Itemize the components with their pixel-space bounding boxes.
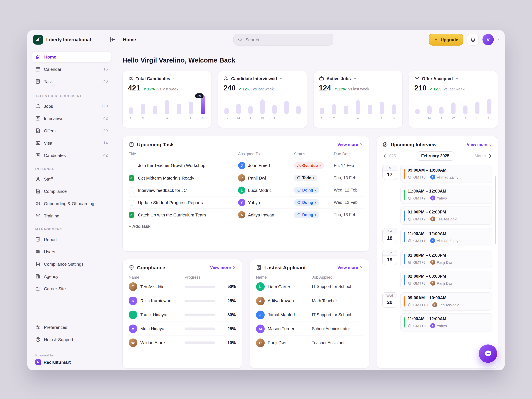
sidebar-item[interactable]: Help & Support xyxy=(32,334,111,345)
event-person-name: Ahmad Zainy xyxy=(437,175,458,179)
status-badge[interactable]: Doing ▾ xyxy=(294,199,319,206)
interview-event[interactable]: 11:00AM – 12:00AM GMT+1 · A Ahmad Zainy xyxy=(400,228,492,246)
sidebar-item[interactable]: Task 40 xyxy=(32,76,111,87)
sidebar-item[interactable]: Users xyxy=(32,246,111,257)
sidebar-item[interactable]: Home xyxy=(32,51,111,63)
prev-month-button[interactable] xyxy=(382,154,387,158)
interview-event[interactable]: 01:00PM – 02:00PM GMT+9 · T Tea Assiddiq xyxy=(400,207,492,225)
chevron-down-icon[interactable] xyxy=(455,77,459,80)
stats-row: Total Candidates 421 ↗ 12% vs last week xyxy=(122,71,498,128)
tasks-view-more-link[interactable]: View more xyxy=(337,142,363,147)
chat-fab-button[interactable] xyxy=(479,344,497,363)
bar-column: T xyxy=(248,95,253,120)
event-timezone: GMT+8 xyxy=(413,175,426,179)
sidebar-item[interactable]: Report xyxy=(32,234,111,245)
status-icon xyxy=(297,176,301,180)
notifications-button[interactable] xyxy=(467,34,479,45)
sidebar-item-label: Training xyxy=(44,213,59,218)
avatar: A xyxy=(256,296,265,305)
user-menu[interactable]: V xyxy=(482,34,500,45)
status-badge[interactable]: Overdue ▾ xyxy=(294,162,324,169)
status-badge[interactable]: Doing ▾ xyxy=(294,211,319,218)
month-next-label[interactable]: March 2025 xyxy=(475,154,486,158)
applicant-card-title: Lastest Applicant xyxy=(264,265,306,270)
status-icon xyxy=(297,188,301,192)
task-card-icon xyxy=(129,142,134,147)
powered-by-label: Powered by xyxy=(35,353,111,357)
sidebar-item[interactable]: Jobs 120 xyxy=(32,101,111,112)
sidebar-item[interactable]: Career Site xyxy=(32,283,111,294)
person-name: Mason Turner xyxy=(268,326,294,331)
bar xyxy=(260,99,265,114)
compliance-columns: Name Progress xyxy=(129,275,236,280)
stat-delta: ↗ 12% xyxy=(143,87,155,91)
task-checkbox[interactable] xyxy=(129,187,134,193)
stat-bars: S M T xyxy=(128,95,206,120)
month-current-label[interactable]: February 2025 xyxy=(417,151,454,161)
sidebar-item[interactable]: Agency xyxy=(32,271,111,282)
avatar: P xyxy=(238,174,245,182)
sidebar-item-label: Offers xyxy=(44,128,56,133)
month-switcher: January 2025 February 2025 March 2025 xyxy=(382,151,492,161)
sidebar-item-label: Home xyxy=(44,54,56,59)
event-timezone: GMT+8 xyxy=(413,260,426,264)
month-prev-label[interactable]: January 2025 xyxy=(389,154,396,158)
interview-event[interactable]: 11:00AM – 12:00AM GMT+8 · Y Yahyo xyxy=(400,313,492,331)
task-checkbox[interactable] xyxy=(129,200,134,205)
search-placeholder: Search... xyxy=(245,37,263,42)
chevron-down-icon[interactable] xyxy=(173,77,176,80)
applicants-view-more-link[interactable]: View more xyxy=(337,265,363,270)
table-row: Interview feedback for JC L Luca Modric xyxy=(129,184,363,196)
sidebar-item[interactable]: Training xyxy=(32,210,111,222)
sidebar-item[interactable]: Compliance xyxy=(32,185,111,197)
list-item: T Tea Assiddiq 50% xyxy=(129,280,236,294)
sidebar-item[interactable]: Offers 20 xyxy=(32,125,111,136)
brand-logo-icon xyxy=(33,35,43,44)
scrollbar-thumb[interactable] xyxy=(495,176,496,244)
search-input[interactable]: Search... xyxy=(234,34,333,45)
chevron-down-icon[interactable] xyxy=(279,77,283,80)
status-badge[interactable]: Doing ▾ xyxy=(294,187,319,194)
sidebar-groups: TALENT & RECRUITMENT Jobs 120 Interviews xyxy=(32,88,111,295)
sidebar-collapse-icon[interactable] xyxy=(109,36,116,43)
bar-day-label: S xyxy=(298,116,300,120)
stat-delta-note: vs last week xyxy=(348,87,369,91)
sidebar-item[interactable]: Onboarding & Offboarding xyxy=(32,198,111,209)
next-month-button[interactable] xyxy=(488,154,492,158)
interview-event[interactable]: 01:00PM – 02:00PM GMT+8 · P Panji Dwi xyxy=(400,250,492,268)
stat-delta-note: vs last week xyxy=(444,87,464,91)
compliance-view-more-link[interactable]: View more xyxy=(210,265,236,270)
interviews-view-more-link[interactable]: View more xyxy=(467,142,492,147)
sidebar-item[interactable]: Visa 14 xyxy=(32,137,111,149)
upgrade-button[interactable]: Upgrade xyxy=(429,34,463,45)
sidebar-item-icon xyxy=(36,54,41,59)
sidebar-item-icon xyxy=(35,324,41,330)
interview-event[interactable]: 09:00AM – 10:00AM GMT+10 · T Tea Assiddi… xyxy=(400,292,492,310)
sidebar-item[interactable]: Interviews 42 xyxy=(32,113,111,124)
interview-event[interactable]: 02:00PM – 03:00PM GMT+8 · P Panji Dwi xyxy=(400,271,492,289)
status-badge[interactable]: Todo ▾ xyxy=(294,175,317,181)
sidebar-item[interactable]: Compliance Settings xyxy=(32,258,111,270)
task-checkbox[interactable] xyxy=(129,175,134,181)
bar-day-label: T xyxy=(250,116,252,120)
bar-column: W xyxy=(355,95,361,120)
interview-event[interactable]: 09:00AM – 10:00AM GMT+8 · A Ahmad Zainy xyxy=(400,165,492,183)
chevron-down-icon[interactable] xyxy=(353,77,357,80)
task-checkbox[interactable] xyxy=(129,212,134,218)
add-task-button[interactable]: + Add task xyxy=(129,224,363,229)
sidebar-item[interactable]: Calendar 16 xyxy=(32,63,111,75)
avatar: R xyxy=(129,296,137,305)
progress-value: 25% xyxy=(228,326,236,331)
sidebar-item[interactable]: Candidates 42 xyxy=(32,150,111,161)
assignee-name: John Freed xyxy=(248,163,270,168)
bar-column: S xyxy=(296,95,301,120)
bar xyxy=(356,100,360,114)
bar xyxy=(415,108,420,114)
bar-column: S xyxy=(487,95,492,120)
stat-card: Active Jobs 124 ↗ 12% vs last week xyxy=(313,71,403,128)
sidebar-item[interactable]: Preferences xyxy=(32,322,111,333)
interview-event[interactable]: 11:00AM – 12:00AM GMT+7 · Y Yahyo xyxy=(400,185,492,204)
sidebar-item[interactable]: Staff xyxy=(32,173,111,184)
task-checkbox[interactable] xyxy=(129,163,134,168)
sidebar-item-icon xyxy=(35,201,41,206)
